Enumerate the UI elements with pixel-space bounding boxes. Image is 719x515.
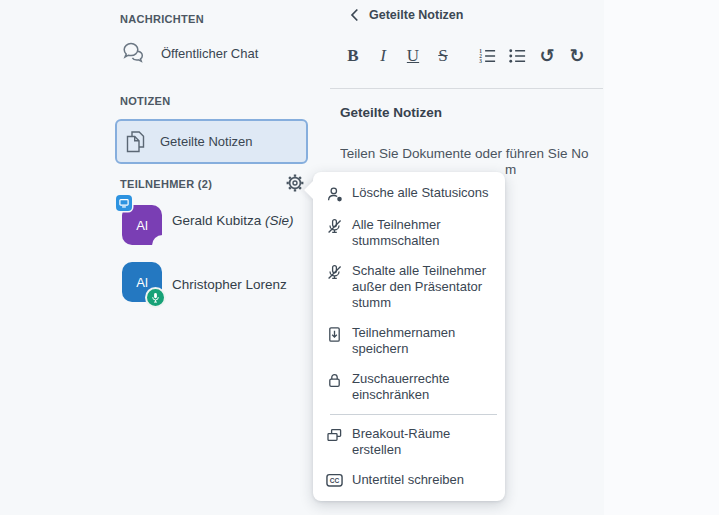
menu-item-create-breakout-rooms[interactable]: Breakout-Räume erstellen (313, 419, 505, 465)
mute-all-icon (326, 218, 343, 235)
italic-button[interactable]: I (368, 42, 398, 70)
menu-divider (330, 414, 497, 415)
bullet-list-icon (508, 47, 527, 65)
sidebar-item-label: Geteilte Notizen (160, 134, 253, 149)
svg-text:3: 3 (479, 58, 482, 64)
mute-all-except-presenter-icon (326, 264, 343, 281)
participant-name: Gerald Kubitza (Sie) (172, 213, 294, 228)
participants-section-header: TEILNEHMER (2) (120, 178, 212, 190)
lock-viewers-icon (326, 372, 343, 389)
bold-button[interactable]: B (338, 42, 368, 70)
notes-section-header: NOTIZEN (120, 95, 170, 107)
presentation-area (604, 0, 719, 515)
menu-item-clear-status-icons[interactable]: Lösche alle Statusicons (313, 178, 505, 210)
screen-share-badge-icon (116, 195, 132, 211)
notes-intro-text-clipped: m (505, 162, 516, 177)
shared-notes-pages-icon (123, 128, 148, 156)
participant-you-suffix: (Sie) (265, 213, 294, 228)
closed-captions-icon: CC (326, 473, 343, 488)
toolbar-divider (330, 88, 603, 89)
svg-text:CC: CC (330, 477, 340, 484)
participants-settings-menu: Lösche alle Statusicons Alle Teilnehmer … (313, 172, 505, 501)
ordered-list-button[interactable]: 123 (472, 42, 502, 70)
breakout-rooms-icon (326, 427, 343, 444)
participant-name: Christopher Lorenz (172, 277, 287, 292)
avatar-initials: Al (136, 218, 148, 233)
messages-section-header: NACHRICHTEN (120, 13, 204, 25)
clear-status-icons-icon (326, 186, 343, 203)
ordered-list-icon: 123 (478, 47, 497, 65)
back-button[interactable]: Geteilte Notizen (350, 8, 463, 22)
save-participant-names-icon (326, 326, 343, 343)
menu-item-lock-viewers[interactable]: Zuschauerrechte einschränken (313, 364, 505, 410)
participant-row-gerald-kubitza[interactable]: Al Gerald Kubitza (Sie) (115, 200, 320, 250)
notes-format-toolbar: B I U S 123 ↺ ↻ (338, 42, 592, 70)
menu-item-mute-all-except-presenter[interactable]: Schalte alle Teilnehmer außer den Präsen… (313, 256, 505, 318)
chat-bubbles-icon (121, 40, 149, 66)
participant-row-christopher-lorenz[interactable]: Al Christopher Lorenz (115, 257, 320, 307)
undo-button[interactable]: ↺ (532, 42, 562, 70)
menu-item-write-closed-captions[interactable]: CC Untertitel schreiben (313, 465, 505, 495)
strikethrough-button[interactable]: S (428, 42, 458, 70)
redo-button[interactable]: ↻ (562, 42, 592, 70)
panel-title: Geteilte Notizen (369, 8, 463, 22)
menu-item-save-participant-names[interactable]: Teilnehmernamen speichern (313, 318, 505, 364)
notes-heading: Geteilte Notizen (340, 105, 442, 120)
sidebar-item-label: Öffentlicher Chat (161, 46, 258, 61)
notes-intro-text: Teilen Sie Dokumente oder führen Sie No (340, 146, 604, 161)
underline-button[interactable]: U (398, 42, 428, 70)
microphone-badge-icon (145, 287, 166, 308)
meeting-app-window: NACHRICHTEN Öffentlicher Chat NOTIZEN G (0, 0, 719, 515)
status-notch (152, 235, 173, 256)
unordered-list-button[interactable] (502, 42, 532, 70)
sidebar-item-shared-notes[interactable]: Geteilte Notizen (115, 119, 308, 164)
avatar-initials: Al (136, 275, 148, 290)
gear-icon (285, 173, 305, 193)
sidebar-item-public-chat[interactable]: Öffentlicher Chat (115, 36, 308, 70)
manage-participants-button[interactable] (283, 171, 307, 195)
menu-item-mute-all[interactable]: Alle Teilnehmer stummschalten (313, 210, 505, 256)
chevron-left-icon (350, 8, 359, 22)
